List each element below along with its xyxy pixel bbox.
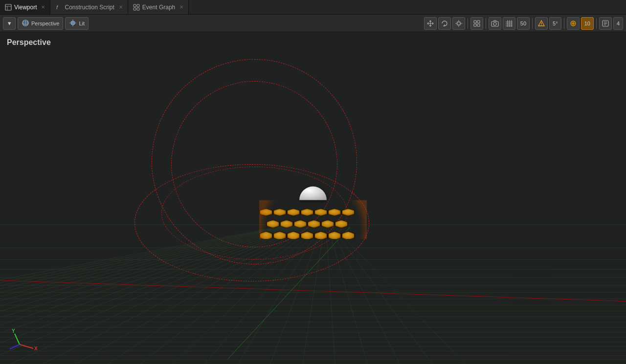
grid-value: 50 [520, 21, 526, 26]
lit-btn[interactable]: Lit [65, 17, 89, 30]
camera-btn[interactable] [489, 17, 501, 30]
svg-rect-7 [137, 8, 139, 10]
tab-event-graph-label: Event Graph [142, 4, 175, 11]
move-btn[interactable] [424, 17, 437, 30]
camera-speed-value-btn[interactable]: 4 [613, 17, 623, 30]
tab-viewport[interactable]: Viewport ✕ [0, 0, 50, 14]
tab-construction-script[interactable]: f Construction Script ✕ [50, 0, 128, 14]
scale-step-value-btn[interactable]: 10 [581, 17, 594, 30]
separator-5 [596, 18, 597, 29]
grid-btn[interactable] [503, 17, 515, 30]
svg-rect-0 [5, 4, 11, 10]
tab-construction-label: Construction Script [65, 4, 114, 11]
svg-point-28 [493, 22, 496, 25]
tab-viewport-close[interactable]: ✕ [41, 4, 45, 10]
tab-bar: Viewport ✕ f Construction Script ✕ Event… [0, 0, 626, 15]
viewport[interactable]: Perspective [0, 32, 626, 364]
honeycomb-canvas [259, 200, 367, 239]
scale-step-icon-btn[interactable] [567, 17, 580, 30]
dropdown-arrow-icon: ▾ [8, 20, 11, 27]
separator-3 [532, 18, 533, 29]
svg-rect-6 [134, 8, 136, 10]
axes-canvas [10, 325, 39, 354]
svg-rect-24 [477, 21, 480, 23]
camera-speed-icon-btn[interactable] [599, 17, 612, 30]
angle-value-btn[interactable]: 5° [549, 17, 561, 30]
viewport-tab-icon [5, 4, 12, 11]
separator-4 [564, 18, 564, 29]
svg-rect-25 [474, 24, 476, 26]
toolbar: ▾ Perspective Lit [0, 15, 626, 32]
viewport-dropdown-btn[interactable]: ▾ [3, 17, 16, 30]
camera-speed-value: 4 [617, 21, 620, 26]
svg-rect-5 [137, 4, 139, 7]
svg-text:f: f [56, 4, 58, 10]
scene-object [259, 195, 367, 227]
scale-btn[interactable] [452, 17, 465, 30]
axes-indicator [10, 325, 39, 354]
separator-1 [468, 18, 468, 29]
toolbar-right: 50 5° 10 [424, 17, 623, 30]
svg-rect-4 [134, 4, 136, 7]
svg-rect-23 [474, 21, 476, 23]
angle-btn[interactable] [535, 17, 548, 30]
construction-tab-icon: f [55, 4, 62, 11]
tab-viewport-label: Viewport [14, 4, 37, 11]
separator-2 [486, 18, 486, 29]
event-tab-icon [133, 4, 140, 11]
perspective-label: Perspective [31, 21, 59, 26]
mode-btn[interactable] [470, 17, 483, 30]
tab-event-graph[interactable]: Event Graph ✕ [128, 0, 189, 14]
lit-label: Lit [79, 21, 85, 26]
svg-point-36 [541, 24, 541, 25]
honeycomb-disk [259, 200, 367, 227]
rotate-btn[interactable] [438, 17, 451, 30]
scale-step-value: 10 [584, 21, 590, 26]
svg-rect-26 [477, 24, 480, 26]
svg-rect-18 [457, 22, 460, 25]
lit-icon [69, 19, 77, 28]
angle-value: 5° [553, 21, 558, 26]
tab-construction-close[interactable]: ✕ [119, 4, 123, 10]
grid-value-btn[interactable]: 50 [517, 17, 530, 30]
perspective-icon [22, 19, 29, 28]
tab-event-graph-close[interactable]: ✕ [179, 4, 183, 10]
perspective-btn[interactable]: Perspective [18, 17, 63, 30]
